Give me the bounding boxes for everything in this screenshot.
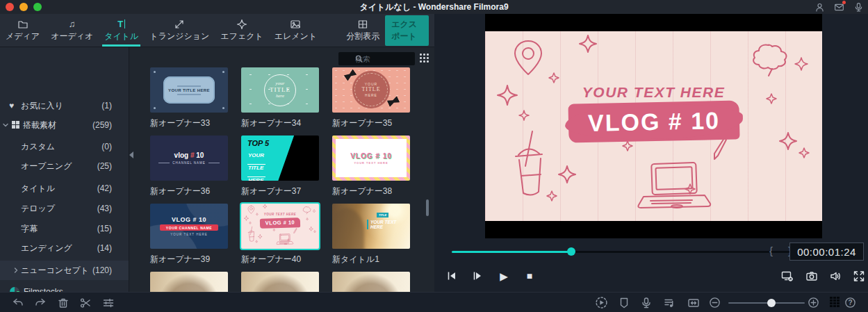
record-voiceover-button[interactable] — [639, 296, 653, 309]
fullscreen-button[interactable] — [853, 270, 865, 282]
template-item[interactable] — [150, 272, 228, 292]
seekbar-progress[interactable] — [452, 251, 571, 253]
tab-audio[interactable]: ♫ オーディオ — [45, 14, 99, 47]
redo-button[interactable] — [33, 296, 47, 309]
template-thumbnail[interactable] — [332, 272, 410, 292]
marker-button[interactable] — [617, 296, 630, 309]
template-thumbnail[interactable]: TOP 5 YOUR TITLE HERE — [241, 136, 319, 181]
sidebar-item-custom[interactable]: カスタム (0) — [0, 137, 129, 156]
timeline-zoom-slider[interactable] — [728, 302, 805, 304]
window-title: タイトルなし - Wondershare Filmora9 — [0, 0, 868, 14]
preview-panel: YOUR TEXT HERE VLOG # 10 { } 00:00:01:24… — [434, 14, 868, 292]
template-item[interactable]: TITLE YOUR TEXT HERE 新タイトル1 — [332, 204, 410, 265]
transition-icon — [174, 18, 185, 30]
title-text-icon: T — [117, 18, 125, 30]
play-button[interactable]: ▶ — [498, 270, 510, 282]
tab-label: オーディオ — [51, 31, 93, 42]
sidebar-item-new-concept[interactable]: ニューコンセプト (120) — [0, 261, 129, 280]
sidebar-item-openers[interactable]: オープニング (25) — [0, 156, 129, 176]
zoom-in-button[interactable] — [807, 296, 820, 309]
template-thumbnail[interactable]: VLOG # 10 YOUR TEXT HERE — [332, 136, 410, 181]
folder-icon — [17, 18, 28, 30]
template-item[interactable]: your TITLE here 新オープナー34 — [241, 67, 319, 129]
tab-label: エレメント — [275, 31, 317, 42]
template-item[interactable]: VLOG # 10 YOUR CHANNEL NAME YOUR TEXT HE… — [150, 204, 228, 265]
sidebar-item-subtitles[interactable]: 字幕 (15) — [0, 219, 129, 238]
template-name: 新タイトル1 — [332, 254, 410, 265]
keyboard-grid-icon[interactable] — [830, 297, 840, 307]
template-name: 新オープナー34 — [241, 117, 319, 129]
template-name: 新オープナー39 — [150, 254, 228, 265]
volume-button[interactable] — [829, 270, 842, 282]
timecode-display[interactable]: 00:00:01:24 — [789, 243, 864, 261]
collapse-sidebar-arrow-icon[interactable] — [129, 151, 133, 158]
help-button[interactable]: ? — [844, 296, 857, 309]
messages-icon[interactable] — [834, 2, 844, 13]
sidebar-item-lower-thirds[interactable]: テロップ (43) — [0, 199, 129, 218]
display-settings-button[interactable] — [781, 270, 794, 282]
timeline-zoom-handle[interactable] — [767, 299, 776, 307]
template-item[interactable]: YOUR TITLE HERE 新オープナー35 — [332, 67, 410, 129]
tab-split-view[interactable]: 分割表示 — [341, 14, 385, 47]
overlay-caption: YOUR TEXT HERE — [485, 84, 822, 101]
fit-to-timeline-button[interactable] — [687, 296, 700, 309]
tab-transitions[interactable]: トランジション — [144, 14, 215, 47]
template-thumbnail[interactable]: YOUR TEXT HERE VLOG # 10 — [241, 204, 319, 249]
template-item[interactable]: TOP 5 YOUR TITLE HERE 新オープナー37 — [241, 136, 319, 197]
template-name: 新オープナー40 — [241, 254, 319, 265]
undo-button[interactable] — [11, 296, 24, 309]
tab-titles[interactable]: T タイトル — [99, 14, 144, 47]
render-preview-button[interactable] — [595, 296, 608, 309]
template-item[interactable]: vlog # 10 CHANNEL NAME 新オープナー36 — [150, 136, 228, 197]
template-item[interactable]: YOUR TITLE HERE 新オープナー33 — [150, 67, 228, 129]
template-thumbnail[interactable]: your TITLE here — [241, 67, 319, 113]
audio-mixer-button[interactable] — [662, 296, 675, 309]
voiceover-icon[interactable] — [853, 2, 864, 13]
preview-video[interactable]: YOUR TEXT HERE VLOG # 10 — [485, 14, 822, 238]
mark-in-icon[interactable]: { — [769, 245, 773, 256]
sidebar-item-favorites[interactable]: ♥ お気に入り (1) — [0, 96, 129, 115]
title-banner: VLOG # 10 — [568, 100, 739, 142]
template-thumbnail[interactable]: VLOG # 10 YOUR CHANNEL NAME YOUR TEXT HE… — [150, 204, 228, 249]
template-thumbnail[interactable]: YOUR TITLE HERE — [332, 67, 410, 113]
template-item[interactable] — [332, 272, 410, 292]
template-thumbnail[interactable]: TITLE YOUR TEXT HERE — [332, 204, 410, 249]
adjust-settings-button[interactable] — [101, 296, 115, 309]
previous-frame-button[interactable] — [445, 270, 458, 282]
export-button[interactable]: エクスポート — [385, 15, 429, 46]
tab-label: タイトル — [104, 31, 138, 42]
stop-button[interactable]: ■ — [523, 270, 536, 282]
template-thumbnail[interactable]: YOUR TITLE HERE — [150, 67, 228, 113]
item-count: (42) — [97, 183, 112, 193]
search-box[interactable] — [338, 52, 415, 65]
next-frame-button[interactable] — [471, 270, 484, 282]
tab-elements[interactable]: エレメント — [269, 14, 322, 47]
template-thumbnail[interactable]: vlog # 10 CHANNEL NAME — [150, 136, 228, 181]
template-item-selected[interactable]: YOUR TEXT HERE VLOG # 10 新オープナー40 — [241, 204, 319, 265]
sidebar-item-end-credits[interactable]: エンディング (14) — [0, 238, 129, 258]
item-count: (1) — [101, 101, 112, 110]
zoom-out-button[interactable] — [708, 296, 721, 309]
item-count: (0) — [101, 142, 112, 151]
view-grid-icon[interactable] — [420, 54, 429, 63]
account-icon[interactable] — [814, 2, 825, 13]
template-thumbnail[interactable] — [150, 272, 228, 292]
delete-button[interactable] — [56, 296, 69, 309]
music-note-icon: ♫ — [69, 18, 76, 30]
split-scissors-button[interactable] — [79, 296, 92, 309]
library-scrollbar[interactable] — [426, 199, 429, 216]
template-item[interactable]: VLOG # 10 YOUR TEXT HERE 新オープナー38 — [332, 136, 410, 197]
seekbar-handle[interactable] — [567, 247, 575, 256]
item-count: (15) — [97, 224, 112, 233]
tab-media[interactable]: メディア — [0, 14, 45, 47]
sidebar-item-builtin[interactable]: 搭載素材 (259) — [0, 115, 129, 135]
template-thumbnail[interactable] — [241, 272, 319, 292]
template-item[interactable] — [241, 272, 319, 292]
item-count: (25) — [97, 161, 112, 171]
template-name: 新オープナー38 — [332, 186, 410, 197]
tab-effects[interactable]: エフェクト — [215, 14, 268, 47]
effects-star-icon — [236, 18, 247, 30]
snapshot-camera-button[interactable] — [805, 270, 818, 282]
sidebar-item-titles[interactable]: タイトル (42) — [0, 179, 129, 198]
banner-text: VLOG # 10 — [568, 100, 739, 142]
